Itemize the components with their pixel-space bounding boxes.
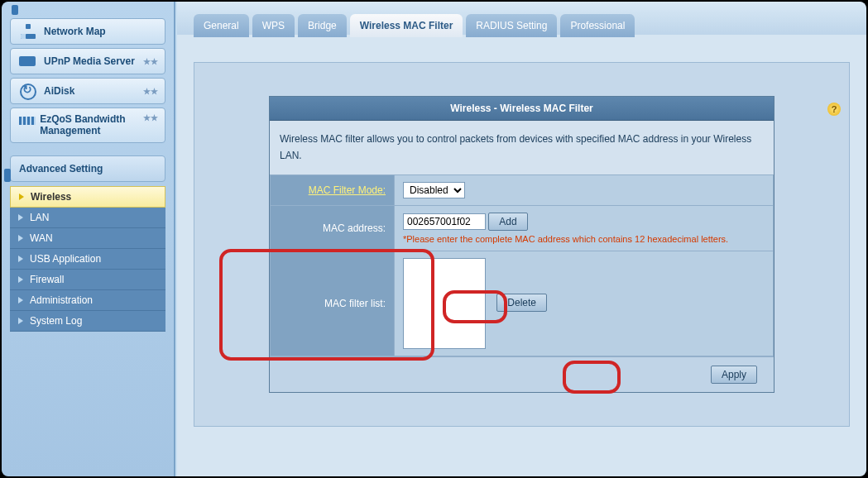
sidebar-item-wireless[interactable]: Wireless bbox=[10, 186, 165, 208]
arrow-icon bbox=[18, 297, 23, 304]
star-icon: ★★ bbox=[143, 113, 158, 122]
tab-wireless-mac-filter[interactable]: Wireless MAC Filter bbox=[350, 14, 463, 37]
network-map-icon bbox=[19, 24, 37, 39]
mac-filter-listbox[interactable] bbox=[403, 258, 486, 349]
sidebar-item-label: Network Map bbox=[44, 26, 106, 37]
sidebar-item-firewall[interactable]: Firewall bbox=[10, 270, 165, 290]
sidebar-item-system-log[interactable]: System Log bbox=[10, 311, 165, 332]
star-icon: ★★ bbox=[143, 57, 158, 66]
content-area: General WPS Bridge Wireless MAC Filter R… bbox=[175, 2, 866, 476]
filter-mode-select[interactable]: Disabled bbox=[403, 182, 465, 198]
arrow-icon bbox=[18, 235, 23, 241]
tab-professional[interactable]: Professional bbox=[560, 14, 635, 37]
panel-title: Wireless - Wireless MAC Filter bbox=[270, 97, 774, 121]
sidebar-item-label: Firewall bbox=[30, 274, 64, 285]
sidebar-item-usb-app[interactable]: USB Application bbox=[10, 249, 165, 270]
sidebar-item-label: Wireless bbox=[31, 191, 71, 203]
tab-wps[interactable]: WPS bbox=[252, 14, 295, 37]
sidebar-item-label: WAN bbox=[30, 232, 53, 244]
sidebar-advanced-header[interactable]: Advanced Setting bbox=[10, 155, 165, 182]
sidebar-item-ezqos[interactable]: EzQoS Bandwidth Management ★★ bbox=[10, 108, 165, 143]
delete-button[interactable]: Delete bbox=[496, 294, 547, 312]
sidebar-item-aidisk[interactable]: AiDisk ★★ bbox=[10, 78, 165, 104]
media-icon bbox=[19, 54, 37, 69]
arrow-icon bbox=[19, 194, 24, 200]
mac-address-label: MAC address: bbox=[271, 205, 395, 251]
sidebar-item-label: LAN bbox=[30, 212, 49, 223]
tab-bar: General WPS Bridge Wireless MAC Filter R… bbox=[194, 14, 850, 37]
tab-general[interactable]: General bbox=[194, 14, 249, 37]
arrow-icon bbox=[18, 214, 23, 221]
arrow-icon bbox=[18, 318, 23, 324]
sidebar-item-label: AiDisk bbox=[44, 85, 74, 97]
tab-bridge[interactable]: Bridge bbox=[298, 14, 347, 37]
help-icon[interactable]: ? bbox=[827, 103, 841, 116]
add-button[interactable]: Add bbox=[488, 213, 527, 231]
tab-radius-setting[interactable]: RADIUS Setting bbox=[466, 14, 557, 37]
panel-description: Wireless MAC filter allows you to contro… bbox=[270, 121, 774, 174]
sidebar-item-label: EzQoS Bandwidth Management bbox=[40, 113, 156, 137]
sidebar-item-lan[interactable]: LAN bbox=[10, 208, 165, 228]
apply-button[interactable]: Apply bbox=[711, 366, 757, 384]
mac-address-input[interactable] bbox=[403, 213, 486, 230]
arrow-icon bbox=[18, 256, 23, 262]
aidisk-icon bbox=[19, 84, 37, 98]
bandwidth-icon bbox=[19, 113, 33, 128]
sidebar-item-network-map[interactable]: Network Map bbox=[10, 18, 165, 45]
sidebar-item-label: UPnP Media Server bbox=[44, 55, 135, 67]
sidebar-item-label: Administration bbox=[30, 294, 93, 306]
mac-address-hint: *Please enter the complete MAC address w… bbox=[403, 234, 765, 244]
sidebar-item-label: System Log bbox=[30, 315, 82, 327]
star-icon: ★★ bbox=[143, 87, 158, 96]
mac-filter-list-label: MAC filter list: bbox=[271, 251, 395, 356]
settings-panel: Wireless - Wireless MAC Filter Wireless … bbox=[269, 96, 774, 393]
sidebar-item-wan[interactable]: WAN bbox=[10, 228, 165, 249]
sidebar-advanced-label: Advanced Setting bbox=[19, 163, 103, 174]
sidebar: Network Map UPnP Media Server ★★ AiDisk … bbox=[2, 2, 175, 476]
arrow-icon bbox=[18, 276, 23, 283]
sidebar-item-label: USB Application bbox=[30, 253, 101, 265]
sidebar-item-upnp[interactable]: UPnP Media Server ★★ bbox=[10, 48, 165, 74]
sidebar-item-administration[interactable]: Administration bbox=[10, 290, 165, 311]
filter-mode-label: MAC Filter Mode: bbox=[271, 174, 395, 205]
